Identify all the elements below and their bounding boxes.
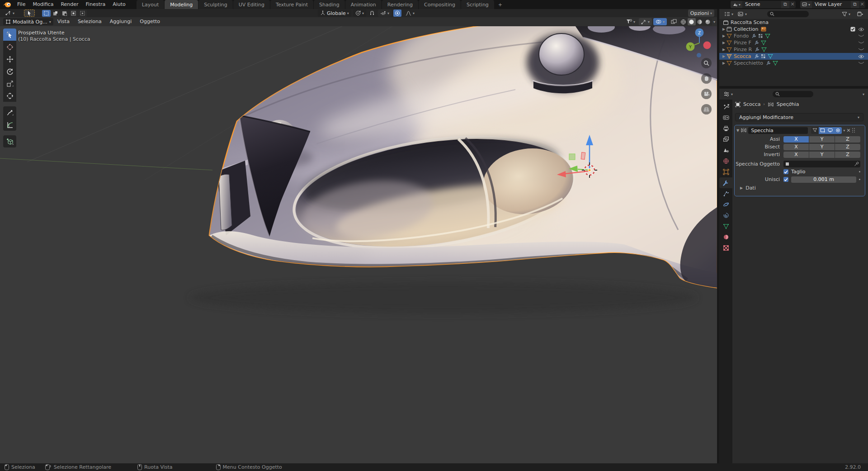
select-mode-subtract[interactable] <box>60 10 69 17</box>
expand-arrow-icon[interactable]: ▶ <box>721 48 726 52</box>
modifier-realtime-toggle[interactable] <box>826 127 834 134</box>
scene-browse-button[interactable]: ▾ <box>731 1 742 8</box>
transform-orientation-dropdown[interactable]: Globale ▾ <box>318 10 351 17</box>
pin-icon[interactable] <box>787 102 793 107</box>
merge-checkbox[interactable] <box>783 177 788 182</box>
modifier-edit-cage-toggle[interactable] <box>811 127 819 134</box>
expand-arrow-icon[interactable]: ▶ <box>721 41 726 45</box>
outliner-item-pinze-r[interactable]: ▶ Pinze R <box>719 46 868 53</box>
visibility-dropdown[interactable]: ▾ <box>624 18 637 25</box>
proportional-falloff-dropdown[interactable]: ▾ <box>403 10 417 17</box>
camera-view-button[interactable] <box>701 89 712 99</box>
tab-material-properties[interactable] <box>719 232 732 243</box>
outliner-item-scene-collection[interactable]: Raccolta Scena <box>719 19 868 26</box>
tab-data-properties[interactable] <box>719 221 732 232</box>
snap-with-dropdown[interactable]: ▾ <box>378 10 392 17</box>
pan-view-button[interactable] <box>701 73 712 84</box>
collection-checkbox[interactable] <box>850 27 855 32</box>
tab-output-properties[interactable] <box>719 123 732 134</box>
outliner-item-pinze-f[interactable]: ▶ Pinze F <box>719 39 868 46</box>
view-layer-browse-button[interactable]: ▾ <box>800 1 812 8</box>
car-model[interactable] <box>136 26 717 302</box>
select-mode-extend[interactable] <box>51 10 60 17</box>
shading-dropdown[interactable]: ▾ <box>713 20 715 24</box>
menu-modifica[interactable]: Modifica <box>29 0 57 9</box>
menu-render[interactable]: Render <box>57 0 82 9</box>
gizmo-plane-handle-red[interactable] <box>581 152 585 160</box>
tab-tool-properties[interactable] <box>719 101 732 112</box>
eyedropper-icon[interactable] <box>854 162 859 167</box>
tab-texture-properties[interactable] <box>719 243 732 253</box>
tool-annotate-button[interactable] <box>3 106 16 119</box>
eye-closed-icon[interactable] <box>858 34 864 38</box>
eye-closed-icon[interactable] <box>858 48 864 52</box>
modifier-name-field[interactable]: Specchia <box>748 127 808 134</box>
tool-transform-button[interactable] <box>3 90 16 102</box>
tab-compositing[interactable]: Compositing <box>419 0 461 9</box>
select-mode-invert[interactable] <box>69 10 78 17</box>
outliner-item-scocca[interactable]: ▶ Scocca <box>719 53 868 60</box>
outliner-item-specchietto[interactable]: ▶ Specchietto <box>719 60 868 67</box>
tab-particle-properties[interactable] <box>719 188 732 199</box>
breadcrumb-object-name[interactable]: Scocca <box>743 101 761 107</box>
expand-arrow-icon[interactable]: ▶ <box>721 27 726 31</box>
outliner-search-input[interactable] <box>767 11 809 17</box>
drag-handle-icon[interactable] <box>852 128 855 133</box>
gizmo-plane-handle-green[interactable] <box>569 154 575 160</box>
scene-name-field[interactable]: Scene <box>742 1 781 8</box>
eye-closed-icon[interactable] <box>858 61 864 65</box>
menu-finestra[interactable]: Finestra <box>82 0 109 9</box>
modifier-delete-button[interactable]: ✕ <box>846 128 850 133</box>
pivot-point-dropdown[interactable]: ▾ <box>353 10 366 17</box>
axis-x-button[interactable]: X <box>783 136 809 143</box>
xray-toggle[interactable] <box>670 18 678 25</box>
outliner-editor-dropdown[interactable]: ▾ <box>722 10 736 18</box>
properties-search-input[interactable] <box>773 91 813 97</box>
menu-aggiungi[interactable]: Aggiungi <box>106 17 136 26</box>
mode-dropdown[interactable]: Modalità Og... ▾ <box>3 18 53 25</box>
axis-y-button[interactable]: Y <box>809 136 835 143</box>
eye-open-icon[interactable] <box>858 54 864 59</box>
toggle-ortho-button[interactable] <box>701 104 712 114</box>
tab-scene-properties[interactable] <box>719 145 732 156</box>
flip-z-button[interactable]: Z <box>835 152 860 158</box>
tab-constraint-properties[interactable] <box>719 210 732 221</box>
flip-y-button[interactable]: Y <box>809 152 835 158</box>
shading-solid-button[interactable] <box>688 18 696 25</box>
clipping-animate-dot[interactable] <box>859 171 860 172</box>
merge-animate-dot[interactable] <box>859 179 860 180</box>
tab-modifier-properties[interactable] <box>719 177 732 188</box>
navigation-gizmo[interactable]: Z Y <box>677 26 716 62</box>
outliner-new-collection-button[interactable] <box>855 10 865 18</box>
modifier-extras-dropdown[interactable]: ▾ <box>843 128 845 133</box>
expand-arrow-icon[interactable]: ▶ <box>721 61 726 65</box>
tab-animation[interactable]: Animation <box>345 0 382 9</box>
bisect-y-button[interactable]: Y <box>809 144 835 150</box>
tool-rotate-button[interactable] <box>3 65 16 77</box>
merge-threshold-slider[interactable]: 0.001 m <box>791 176 856 183</box>
add-workspace-button[interactable]: + <box>495 0 506 9</box>
data-subpanel[interactable]: ▶ Dati <box>735 183 865 191</box>
snap-toggle[interactable] <box>368 10 376 17</box>
tab-physics-properties[interactable] <box>719 199 732 210</box>
tab-view-layer-properties[interactable] <box>719 134 732 145</box>
tab-object-properties[interactable] <box>719 167 732 177</box>
outliner-display-mode-dropdown[interactable]: ▾ <box>736 10 749 18</box>
outliner-filter-dropdown[interactable]: ▾ <box>840 10 853 18</box>
shading-rendered-button[interactable] <box>704 18 712 25</box>
active-tool-select-box[interactable] <box>24 10 35 17</box>
tool-add-cube-button[interactable] <box>3 135 16 147</box>
view-layer-remove-button[interactable]: ✕ <box>859 1 865 8</box>
outliner-item-collection[interactable]: ▶ Collection <box>719 26 868 33</box>
shading-wireframe-button[interactable] <box>679 18 688 25</box>
tab-uv-editing[interactable]: UV Editing <box>233 0 270 9</box>
tab-scripting[interactable]: Scripting <box>461 0 494 9</box>
tab-texture-paint[interactable]: Texture Paint <box>270 0 313 9</box>
axis-z-button[interactable]: Z <box>835 136 860 143</box>
outliner-item-fondo[interactable]: ▶ Fondo <box>719 33 868 39</box>
menu-vista[interactable]: Vista <box>53 17 74 26</box>
mirror-object-field[interactable] <box>783 161 860 167</box>
tab-modeling[interactable]: Modeling <box>165 0 198 9</box>
tool-scale-button[interactable] <box>3 77 16 90</box>
proportional-editing-toggle[interactable] <box>393 10 401 17</box>
